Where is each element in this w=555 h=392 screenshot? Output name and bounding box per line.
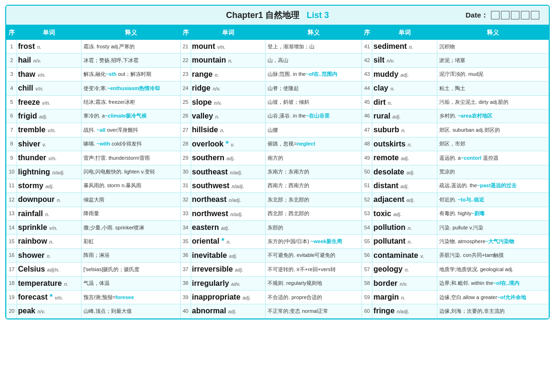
word-cell: pollution n.	[372, 221, 437, 235]
word-cell: irregularly adv.	[191, 276, 266, 290]
def-cell: 乡村的. ~area农村地区	[437, 109, 548, 123]
word-cell: rural adj.	[372, 109, 437, 123]
word-cell: ridge n/v.	[191, 82, 266, 95]
table-body: 1frost n.霜冻. frosty adj.严寒的21mount v/n.登…	[7, 40, 549, 319]
def-cell: 暴风雨的. storm n.暴风雨	[81, 179, 180, 192]
def-cell: 战抖. ~all over浑身颤抖	[81, 123, 180, 137]
word-cell: lightning n/adj.	[17, 165, 82, 179]
num-cell: 58	[362, 276, 372, 290]
def-cell: 边缘,刘海；次要的,非主流的	[437, 304, 548, 318]
def-cell: 山峰,顶点；到最大值	[81, 304, 180, 318]
date-box-2	[501, 11, 509, 19]
word-cell: oriental * n.	[191, 235, 266, 248]
num-cell: 31	[180, 179, 191, 192]
num-cell: 44	[362, 82, 372, 95]
num-cell: 2	[7, 54, 17, 67]
num-cell: 11	[7, 179, 17, 192]
table-row: 7tremble v/n.战抖. ~all over浑身颤抖27hillside…	[7, 123, 549, 137]
word-cell: frost n.	[17, 40, 82, 54]
def-cell: 雷声;打雷. thunderstorm雷雨	[81, 151, 180, 165]
word-cell: desolate adj.	[372, 165, 437, 179]
num-cell: 28	[180, 137, 191, 151]
table-header-row: 序 单词 释义 序 单词 释义 序 单词 释义	[7, 26, 549, 40]
table-row: 1frost n.霜冻. frosty adj.严寒的21mount v/n.登…	[7, 40, 549, 54]
word-cell: rainbow n.	[17, 235, 82, 248]
def-cell: 山坡，斜坡；倾斜	[266, 95, 362, 109]
main-container: Chapter1 自然地理 List 3 Date： 序 单词 释义 序 单词	[5, 5, 550, 319]
num-cell: 6	[7, 109, 17, 123]
word-cell: distant adj.	[372, 179, 437, 192]
table-row: 18temperature n.气温，体温38irregularly adv.不…	[7, 276, 549, 290]
word-cell: Celsius adj/n.	[17, 263, 82, 276]
def-cell: 彩虹	[81, 235, 180, 248]
def-cell: 遥远的. a~contorl 遥控器	[437, 151, 548, 165]
def-cell: 撒;少量,小雨. sprinker喷淋	[81, 221, 180, 235]
col-word-3: 单词	[372, 26, 437, 40]
num-cell: 8	[7, 137, 17, 151]
table-row: 8shiver v.哆嗦. ~with cold冷得发抖28overlook *…	[7, 137, 549, 151]
num-cell: 56	[362, 248, 372, 262]
num-cell: 30	[180, 165, 191, 179]
def-cell: 不可避免的. evitable可避免的	[266, 248, 362, 262]
word-cell: overlook * v.	[191, 137, 266, 151]
def-cell: 西北部；西北部的	[266, 207, 362, 220]
num-cell: 48	[362, 137, 372, 151]
table-row: 11stormy adj.暴风雨的. storm n.暴风雨31southwes…	[7, 179, 549, 192]
col-word-1: 单词	[17, 26, 82, 40]
num-cell: 1	[7, 40, 17, 54]
word-cell: peak n/v.	[17, 304, 82, 318]
header-title: Chapter1 自然地理 List 3	[226, 9, 329, 21]
def-cell: 污垢，灰尘泥土. dirty adj.脏的	[437, 95, 548, 109]
word-cell: eastern adj.	[191, 221, 266, 235]
header-date: Date：	[465, 11, 539, 20]
date-boxes	[491, 11, 539, 19]
word-cell: silt n/v.	[372, 54, 437, 67]
word-cell: border n/v.	[372, 276, 437, 290]
def-cell: 郊区，市郊	[437, 137, 548, 151]
word-cell: suburb n.	[372, 123, 437, 137]
col-word-2: 单词	[191, 26, 266, 40]
def-cell: 邻近的. ~to与..临近	[437, 193, 548, 207]
word-cell: sprinkle v/n.	[17, 221, 82, 235]
word-cell: pollutant n.	[372, 235, 437, 248]
date-label: Date：	[465, 11, 488, 20]
col-num-1: 序	[7, 26, 17, 40]
def-cell: 闪电;闪电般快的. lighten v.变轻	[81, 165, 180, 179]
num-cell: 43	[362, 67, 372, 81]
vocab-table: 序 单词 释义 序 单词 释义 序 单词 释义 1frost n.霜冻. fro…	[6, 26, 549, 319]
num-cell: 47	[362, 123, 372, 137]
word-cell: chill v/n.	[17, 82, 82, 95]
table-row: 2hail n/v.冰雹；赞扬,招呼,下冰雹22mountain n.山，高山4…	[7, 54, 549, 67]
def-cell: 污染. pullute v.污染	[437, 221, 548, 235]
table-row: 19forecast * v/n.预言/测;预报=foresee39inappr…	[7, 291, 549, 304]
num-cell: 29	[180, 151, 191, 165]
def-cell: 预言/测;预报=foresee	[81, 291, 180, 304]
num-cell: 60	[362, 304, 372, 318]
word-cell: forecast * v/n.	[17, 291, 82, 304]
def-cell: 疏远,遥远的. the~past遥远的过去	[437, 179, 548, 192]
table-row: 5freeze v/n.结冰;霜冻. freezer冰柜25slope n/v.…	[7, 95, 549, 109]
word-cell: stormy adj.	[17, 179, 82, 192]
def-cell: 污染物. atmosphere~大气污染物	[437, 235, 548, 248]
def-cell: 阵雨；淋浴	[81, 248, 180, 262]
def-cell: ['selsias]摄氏的；摄氏度	[81, 263, 180, 276]
table-row: 3thaw v/n.解冻,融化~sth out；解冻时期23range n.山脉…	[7, 67, 549, 81]
num-cell: 54	[362, 221, 372, 235]
word-cell: hail n/v.	[17, 54, 82, 67]
def-cell: 南方的	[266, 151, 362, 165]
def-cell: 登上，渐渐增加；山	[266, 40, 362, 54]
num-cell: 22	[180, 54, 191, 67]
def-cell: 东南方；东南方的	[266, 165, 362, 179]
num-cell: 21	[180, 40, 191, 54]
def-cell: 倾盆大雨	[81, 193, 180, 207]
table-row: 9thunder v/n.雷声;打雷. thunderstorm雷雨29sout…	[7, 151, 549, 165]
word-cell: adjacent adj.	[372, 193, 437, 207]
num-cell: 18	[7, 276, 17, 290]
num-cell: 50	[362, 165, 372, 179]
def-cell: 结冰;霜冻. freezer冰柜	[81, 95, 180, 109]
word-cell: northwest n/adj.	[191, 207, 266, 220]
word-cell: valley n.	[191, 109, 266, 123]
def-cell: 不正常的;变态 normal正常	[266, 304, 362, 318]
col-def-1: 释义	[81, 26, 180, 40]
num-cell: 19	[7, 291, 17, 304]
